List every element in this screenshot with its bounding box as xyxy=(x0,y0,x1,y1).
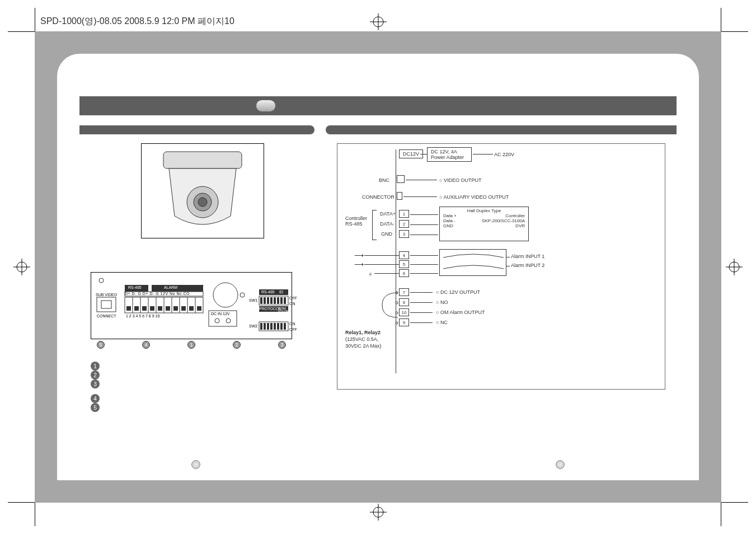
bnc-icon xyxy=(397,175,405,183)
callout-list: 1 2 3 4 5 xyxy=(91,362,314,412)
board-illustration: SUB VIDEO CONNECT RS-485 ALARM D+ D- G D… xyxy=(91,272,292,339)
list-bullet-5: 5 xyxy=(91,403,100,412)
alarm-input2-label: Alarm INPUT 2 xyxy=(511,263,544,268)
svg-rect-58 xyxy=(267,323,269,330)
crop-mark xyxy=(35,499,35,526)
svg-rect-59 xyxy=(270,323,273,330)
board-label-sw2: SW2 xyxy=(249,324,257,328)
list-item: 4 xyxy=(91,394,314,403)
svg-rect-12 xyxy=(163,152,242,168)
board-label-on2: ON xyxy=(289,322,295,326)
registration-mark-bottom xyxy=(370,504,387,521)
ac220v-label: AC 220V xyxy=(494,152,514,157)
svg-rect-19 xyxy=(101,301,111,308)
board-label-off2: OFF xyxy=(289,327,297,331)
list-item: 1 xyxy=(91,362,314,371)
rs485-right-title: Half Duplex Type xyxy=(443,208,525,213)
out-9-label: ○ NC xyxy=(436,320,448,325)
svg-rect-35 xyxy=(166,306,170,311)
title-bar-pill-icon xyxy=(256,100,276,112)
crop-mark xyxy=(721,8,721,35)
svg-rect-36 xyxy=(173,306,178,311)
adapter-l2: Power Adapter xyxy=(431,154,468,160)
svg-rect-50 xyxy=(267,297,269,304)
relay-note-3: 30VDC 2A Max) xyxy=(345,343,382,349)
callout-1: 1 xyxy=(187,341,195,349)
title-bar xyxy=(79,96,677,115)
svg-rect-39 xyxy=(197,306,201,311)
out-pin7: 7 xyxy=(399,288,409,296)
svg-point-15 xyxy=(198,198,207,207)
left-column: SUB VIDEO CONNECT RS-485 ALARM D+ D- G D… xyxy=(91,143,314,447)
switch-icon: ⟶ xyxy=(354,260,364,268)
out-pin8: 8 xyxy=(399,298,409,306)
svg-rect-63 xyxy=(284,323,286,330)
out-pin9: 9 xyxy=(399,318,409,326)
board-label-on: ON xyxy=(289,302,295,306)
connector-label: CONNECTOR xyxy=(362,194,395,200)
board-label-rscols: D+ D- G D+ D- G 12V No Nc CO xyxy=(125,292,190,296)
svg-point-44 xyxy=(215,318,219,323)
rs485-pin1-name: DATA+ xyxy=(380,211,396,217)
registration-mark-top xyxy=(370,13,387,30)
rb-r1r: SKP-200/SCC-3100A xyxy=(482,218,525,223)
list-bullet-3: 3 xyxy=(91,380,100,388)
switch-icon: ⟶ xyxy=(354,251,364,259)
board-label-rs485: RS-485 xyxy=(128,285,142,289)
alarm-input1-label: Alarm INPUT 1 xyxy=(511,254,544,259)
rb-r2r: DVR xyxy=(515,223,525,228)
rs485-pin2-num: 2 xyxy=(399,220,409,228)
rb-r0l: Data + xyxy=(443,213,457,218)
adapter-l1: DC 12V, 4A xyxy=(431,149,468,154)
connector-out: ○ AUXILIARY VIDEO OUTPUT xyxy=(439,194,509,200)
board-label-off: OFF xyxy=(289,296,297,300)
right-column: DC12V DC 12V, 4A Power Adapter AC 220V B… xyxy=(337,143,665,447)
callout-5: 5 xyxy=(97,341,105,349)
svg-point-16 xyxy=(99,278,104,283)
callout-4: 4 xyxy=(142,341,150,349)
subtitle-bar-left xyxy=(79,125,314,134)
svg-point-66 xyxy=(213,283,238,307)
adapter-box: DC 12V, 4A Power Adapter xyxy=(427,147,472,162)
relay-note-1: Relay1, Relay2 xyxy=(345,330,381,335)
svg-rect-56 xyxy=(260,323,262,330)
board-label-id: ID xyxy=(279,290,283,294)
svg-rect-38 xyxy=(189,306,194,311)
crop-mark xyxy=(8,31,35,32)
svg-rect-18 xyxy=(97,297,116,312)
rs485-pin1-num: 1 xyxy=(399,210,409,218)
board-label-connect: CONNECT xyxy=(97,314,116,318)
camera-illustration xyxy=(141,143,264,238)
board-callout-row: 5 4 1 2 3 xyxy=(97,341,286,349)
alarm-pin5: 5 xyxy=(399,260,409,268)
board-label-rs485-top: RS-485 xyxy=(261,290,275,294)
svg-rect-34 xyxy=(158,306,162,311)
svg-rect-53 xyxy=(277,297,279,304)
page-background: SUB VIDEO CONNECT RS-485 ALARM D+ D- G D… xyxy=(35,31,721,503)
crop-mark xyxy=(721,31,748,32)
svg-rect-32 xyxy=(142,306,147,311)
crop-mark xyxy=(721,502,748,503)
out-10-label: ○ OM Alarm OUTPUT xyxy=(436,310,485,315)
list-item: 3 xyxy=(91,380,314,388)
callout-3: 3 xyxy=(278,341,286,349)
rs485-right-block: Half Duplex Type Data +Controller Data -… xyxy=(439,207,529,241)
rb-r1l: Data - xyxy=(443,218,456,223)
content-panel: SUB VIDEO CONNECT RS-485 ALARM D+ D- G D… xyxy=(57,54,699,480)
relay-note-2: (125VAC 0.5A, xyxy=(345,336,378,342)
callout-2: 2 xyxy=(233,341,241,349)
bnc-label: BNC xyxy=(379,177,389,183)
imposition-header: SPD-1000(영)-08.05 2008.5.9 12:0 PM 페이지10 xyxy=(40,16,234,27)
page-number-dot-left xyxy=(191,460,200,469)
rb-r0r: Controller xyxy=(505,213,525,218)
alarm-right-box xyxy=(439,249,506,276)
board-label-sub-video: SUB VIDEO xyxy=(96,293,117,297)
out-7-label: ○ DC 12V OUTPUT xyxy=(436,289,480,295)
rs485-group-label: Controller RS-485 xyxy=(345,216,367,227)
board-label-dcin: DC IN 12V xyxy=(211,312,229,316)
svg-rect-57 xyxy=(264,323,266,330)
list-item: 2 xyxy=(91,371,314,380)
crop-mark xyxy=(8,502,35,503)
svg-rect-48 xyxy=(260,297,262,304)
board-label-sw1: SW1 xyxy=(249,298,257,302)
